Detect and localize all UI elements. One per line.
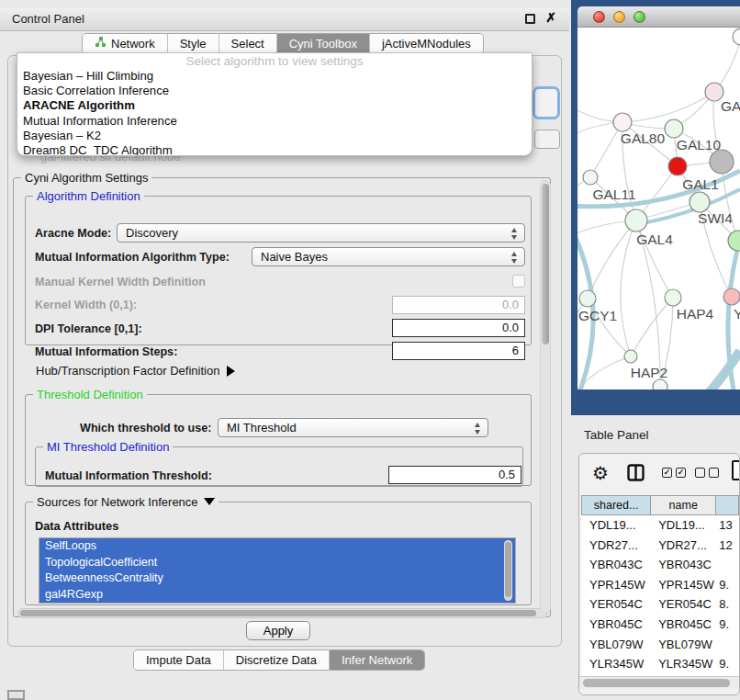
network-node[interactable] xyxy=(733,28,740,45)
attribute-list-item[interactable]: gal4RGexp xyxy=(39,587,515,604)
minimize-traffic-light-icon[interactable] xyxy=(613,11,625,23)
scrollbar-thumb[interactable] xyxy=(505,542,511,597)
node-label: GCY1 xyxy=(578,308,617,323)
deselect-all-checkboxes-icon[interactable] xyxy=(695,468,719,478)
network-edge[interactable] xyxy=(622,92,714,122)
settings-horizontal-scrollbar[interactable] xyxy=(17,608,548,618)
network-edge[interactable] xyxy=(621,220,636,356)
network-node[interactable] xyxy=(665,119,683,138)
tab-select[interactable]: Select xyxy=(219,34,277,53)
which-threshold-combobox[interactable]: MI Threshold xyxy=(218,418,488,437)
network-edge[interactable] xyxy=(631,298,673,356)
dropdown-item[interactable]: Bayesian – K2 xyxy=(17,129,532,143)
column-header[interactable] xyxy=(715,495,739,515)
tab-label: Discretize Data xyxy=(236,650,317,670)
network-window-titlebar[interactable] xyxy=(577,6,740,28)
network-node[interactable] xyxy=(690,192,710,212)
dropdown-item[interactable]: Bayesian – Hill Climbing xyxy=(17,69,532,84)
hidden-control-fragment xyxy=(534,130,560,149)
network-node[interactable] xyxy=(668,157,687,175)
tab-jactivemnodules[interactable]: jActiveMNodules xyxy=(370,34,483,53)
mi-type-combobox[interactable]: Naive Bayes xyxy=(252,247,525,266)
select-all-checkboxes-icon[interactable]: ✓✓ xyxy=(662,468,686,478)
data-attributes-list[interactable]: SelfLoopsTopologicalCoefficientBetweenne… xyxy=(39,537,516,604)
zoom-traffic-light-icon[interactable] xyxy=(633,11,645,23)
table-cell: YPR145W xyxy=(581,575,650,595)
network-node[interactable] xyxy=(723,288,740,305)
network-canvas[interactable]: GALGAL80GAL10GAL1GAL11SWI4GAL4GCY1HAP4YH… xyxy=(577,28,740,390)
network-icon xyxy=(95,34,107,53)
control-panel-titlebar: Control Panel ✗ xyxy=(0,7,569,31)
table-row[interactable]: YLR345WYLR345W9. xyxy=(581,654,739,674)
table-row[interactable]: YBL079WYBL079W xyxy=(581,635,739,655)
table-row[interactable]: YPR145WYPR145W9. xyxy=(581,575,739,595)
float-window-icon[interactable] xyxy=(525,14,535,24)
apply-button[interactable]: Apply xyxy=(246,621,310,640)
network-node[interactable] xyxy=(710,150,734,174)
table-cell: 9. xyxy=(715,615,739,635)
network-node[interactable] xyxy=(653,379,667,390)
close-icon[interactable]: ✗ xyxy=(545,10,556,25)
close-traffic-light-icon[interactable] xyxy=(593,11,605,23)
network-node[interactable] xyxy=(579,290,596,307)
gear-icon[interactable]: ⚙ xyxy=(592,462,609,484)
algorithm-definition-title: Algorithm Definition xyxy=(33,189,144,203)
network-edge[interactable] xyxy=(588,220,636,299)
table-row[interactable]: YER054CYER054C8. xyxy=(581,594,739,615)
dropdown-item[interactable]: Mutual Information Inference xyxy=(17,114,532,129)
mi-threshold-field[interactable]: 0.5 xyxy=(388,466,521,484)
minimized-panel-icon[interactable] xyxy=(7,690,25,700)
tab-infer-network[interactable]: Infer Network xyxy=(330,650,424,670)
network-node[interactable] xyxy=(583,170,598,185)
network-node[interactable] xyxy=(625,209,647,231)
dpi-tolerance-label: DPI Tolerance [0,1]: xyxy=(35,322,142,335)
attribute-list-item[interactable]: SelfLoops xyxy=(39,538,515,555)
column-header[interactable]: name xyxy=(650,495,715,515)
sources-group: Sources for Network Inference Data Attri… xyxy=(25,502,532,605)
hidden-algorithm-combobox-fragment[interactable] xyxy=(533,86,560,119)
manual-kernel-checkbox[interactable] xyxy=(512,275,525,288)
table-horizontal-scrollbar[interactable] xyxy=(579,676,739,689)
top-tab-bar: NetworkStyleSelectCyni ToolboxjActiveMNo… xyxy=(82,33,484,54)
scrollbar-thumb[interactable] xyxy=(20,610,536,616)
sources-title[interactable]: Sources for Network Inference xyxy=(33,495,219,509)
tab-style[interactable]: Style xyxy=(168,34,219,53)
dpi-tolerance-field[interactable]: 0.0 xyxy=(392,319,525,337)
table-cell: 13 xyxy=(715,515,739,536)
table-cell: 9. xyxy=(715,575,739,595)
settings-vertical-scrollbar[interactable] xyxy=(540,180,551,614)
attribute-list-item[interactable]: TopologicalCoefficient xyxy=(39,555,515,571)
tab-discretize-data[interactable]: Discretize Data xyxy=(224,650,330,670)
scrollbar-thumb[interactable] xyxy=(583,679,730,687)
dropdown-item[interactable]: Basic Correlation Inference xyxy=(17,84,532,98)
network-node[interactable] xyxy=(613,113,632,131)
attribute-list-item[interactable]: BetweennessCentrality xyxy=(39,570,515,587)
tab-impute-data[interactable]: Impute Data xyxy=(134,650,224,670)
which-threshold-value: MI Threshold xyxy=(227,421,297,435)
kernel-width-field[interactable]: 0.0 xyxy=(392,296,525,314)
aracne-mode-combobox[interactable]: Discovery xyxy=(117,223,525,243)
network-node[interactable] xyxy=(728,231,740,251)
network-node[interactable] xyxy=(624,350,637,363)
dropdown-items: Bayesian – Hill ClimbingBasic Correlatio… xyxy=(17,69,532,156)
dropdown-item[interactable]: ARACNE Algorithm xyxy=(17,98,532,113)
columns-icon[interactable] xyxy=(627,464,645,485)
table-row[interactable]: YBR045CYBR045C9. xyxy=(581,615,739,635)
tab-cyni-toolbox[interactable]: Cyni Toolbox xyxy=(277,34,370,53)
file-icon[interactable] xyxy=(732,460,740,480)
hub-definition-expander[interactable]: Hub/Transcription Factor Definition xyxy=(36,364,235,378)
tab-network[interactable]: Network xyxy=(83,34,168,53)
network-graph[interactable]: GALGAL80GAL10GAL1GAL11SWI4GAL4GCY1HAP4YH… xyxy=(577,28,740,390)
table-row[interactable]: YDL19...YDL19...13 xyxy=(581,515,739,536)
mi-steps-field[interactable]: 6 xyxy=(392,342,525,360)
scrollbar-thumb[interactable] xyxy=(542,184,549,344)
attributes-vertical-scrollbar[interactable] xyxy=(504,540,512,601)
column-header[interactable]: shared... xyxy=(581,495,650,515)
table-panel-window: ⚙ ✓✓ shared...name YDL19...YDL19...13YDR… xyxy=(578,453,740,695)
algorithm-dropdown-popup: Select algorithm to view settings Bayesi… xyxy=(17,52,533,156)
table-row[interactable]: YDR27...YDR27...12 xyxy=(581,536,739,556)
dropdown-item[interactable]: Dream8 DC_TDC Algorithm xyxy=(17,143,532,156)
table-cell: YLR345W xyxy=(581,654,650,674)
table-row[interactable]: YBR043CYBR043C xyxy=(581,555,739,575)
network-node[interactable] xyxy=(665,289,681,306)
